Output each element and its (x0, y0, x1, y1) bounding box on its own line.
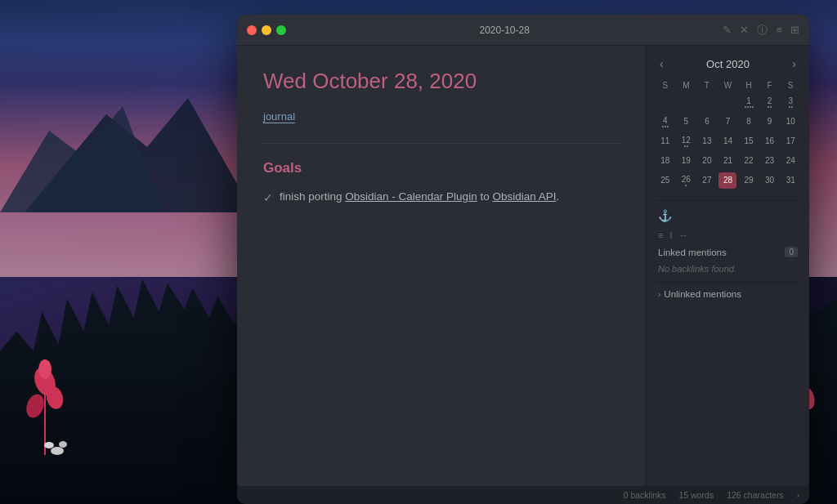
linked-mentions-title: Linked mentions (658, 248, 727, 257)
maximize-button[interactable] (276, 25, 286, 35)
list-icon[interactable]: ≡ (658, 230, 663, 240)
linked-mentions-content: No backlinks found. (658, 262, 798, 275)
titlebar-actions: ✎ ✕ ⓘ ≡ ⊞ (723, 23, 799, 38)
dow-mon: M (676, 78, 697, 92)
calendar-header: ‹ Oct 2020 › (655, 56, 801, 72)
calendar-grid: S M T W H F S 12345678910111213141516171… (655, 78, 801, 190)
journal-tag[interactable]: journal (263, 110, 295, 123)
document-date: Wed October 28, 2020 (263, 69, 620, 94)
cal-day-29[interactable]: 29 (740, 172, 758, 189)
goals-heading: Goals (263, 160, 620, 176)
cal-day-19[interactable]: 19 (677, 153, 695, 169)
no-backlinks-text: No backlinks found. (658, 262, 798, 275)
cal-day-23[interactable]: 23 (761, 153, 779, 169)
calendar-plugin-link[interactable]: Obsidian - Calendar Plugin (345, 190, 477, 203)
statusbar: 0 backlinks 15 words 126 characters › (237, 486, 809, 504)
traffic-lights (247, 25, 286, 35)
backlinks-status: 0 backlinks (624, 490, 666, 500)
app-window: 2020-10-28 ✎ ✕ ⓘ ≡ ⊞ Wed October 28, 202… (237, 15, 809, 490)
cal-day-9[interactable]: 9 (761, 114, 779, 130)
cal-day-6[interactable]: 6 (698, 114, 716, 130)
text-icon[interactable]: I (669, 230, 672, 240)
cal-day-4[interactable]: 4 (656, 114, 674, 130)
cal-day-1[interactable]: 1 (740, 94, 758, 110)
titlebar: 2020-10-28 ✎ ✕ ⓘ ≡ ⊞ (237, 15, 809, 46)
cal-day-7[interactable]: 7 (718, 114, 736, 130)
sidebar-separator-1 (655, 200, 801, 201)
calendar-month-label: Oct 2020 (706, 58, 750, 70)
chars-status: 126 characters (727, 490, 783, 500)
close-button[interactable] (247, 25, 257, 35)
cal-day-2[interactable]: 2 (761, 94, 779, 110)
svg-marker-1 (0, 106, 163, 212)
cal-day-15[interactable]: 15 (740, 133, 758, 149)
linked-mentions-header[interactable]: Linked mentions 0 (658, 247, 798, 257)
sidebar-toolbar: ≡ I ↔ (647, 227, 809, 243)
cal-day-22[interactable]: 22 (740, 153, 758, 169)
unlinked-mentions-title: Unlinked mentions (664, 289, 741, 299)
cal-day-5[interactable]: 5 (677, 114, 695, 130)
dow-wed: W (718, 78, 739, 92)
cal-day-27[interactable]: 27 (698, 172, 716, 189)
cal-day-31[interactable]: 31 (781, 172, 799, 189)
cal-day-17[interactable]: 17 (781, 133, 799, 149)
prev-month-button[interactable]: ‹ (656, 56, 667, 72)
content-divider (263, 143, 620, 144)
cal-day-28[interactable]: 28 (718, 172, 736, 189)
unlinked-chevron: › (658, 290, 660, 299)
cal-day-21[interactable]: 21 (718, 153, 736, 169)
cal-day-14[interactable]: 14 (718, 133, 736, 149)
svg-point-7 (51, 447, 64, 455)
mountains-svg (0, 49, 253, 212)
status-arrow[interactable]: › (797, 491, 799, 500)
cal-day-16[interactable]: 16 (761, 133, 779, 149)
main-content[interactable]: Wed October 28, 2020 journal Goals ✓ fin… (237, 46, 646, 490)
pencil-icon[interactable]: ✎ (723, 24, 732, 36)
cal-day-8[interactable]: 8 (740, 114, 758, 130)
info-icon[interactable]: ⓘ (757, 23, 768, 38)
window-title: 2020-10-28 (286, 25, 723, 36)
cal-day-3[interactable]: 3 (781, 94, 799, 110)
linked-mentions-count: 0 (785, 247, 798, 257)
svg-point-4 (23, 391, 47, 420)
cal-day-10[interactable]: 10 (781, 114, 799, 130)
next-month-button[interactable]: › (789, 56, 799, 72)
link-area: ⚓ (647, 204, 809, 227)
cal-day-12[interactable]: 12 (677, 133, 695, 149)
words-status: 15 words (679, 490, 714, 500)
cal-day-13[interactable]: 13 (698, 133, 716, 149)
cal-day-18[interactable]: 18 (656, 153, 674, 169)
expand-icon[interactable]: ↔ (678, 230, 687, 240)
cal-day-24[interactable]: 24 (781, 153, 799, 169)
minimize-button[interactable] (262, 25, 271, 35)
task-text-mid: to (477, 190, 493, 203)
menu-icon[interactable]: ≡ (776, 24, 782, 36)
cal-day-20[interactable]: 20 (698, 153, 716, 169)
task-text-before: finish porting (280, 190, 345, 203)
dow-tue: T (696, 78, 718, 92)
obsidian-api-link[interactable]: Obsidian API (492, 190, 556, 203)
dow-sun: S (655, 78, 676, 92)
dow-thu: H (738, 78, 759, 92)
plant-left (12, 341, 78, 455)
link-icon[interactable]: ⚓ (658, 209, 672, 222)
calendar: ‹ Oct 2020 › S M T W H F S (647, 46, 809, 197)
sidebar: ‹ Oct 2020 › S M T W H F S (646, 46, 809, 490)
linked-mentions-section: Linked mentions 0 No backlinks found. (647, 243, 809, 279)
window-body: Wed October 28, 2020 journal Goals ✓ fin… (237, 46, 809, 490)
close-icon[interactable]: ✕ (740, 24, 749, 36)
dow-sat: S (780, 78, 801, 92)
cal-day-11[interactable]: 11 (656, 133, 674, 149)
task-text-after: . (556, 190, 559, 203)
unlinked-mentions-header[interactable]: › Unlinked mentions (647, 286, 809, 302)
task-text: finish porting Obsidian - Calendar Plugi… (280, 188, 559, 206)
svg-point-8 (44, 442, 54, 448)
sidebar-separator-2 (655, 282, 801, 283)
cal-day-30[interactable]: 30 (761, 172, 779, 189)
dow-fri: F (759, 78, 781, 92)
cal-day-25[interactable]: 25 (656, 172, 674, 189)
cal-day-26[interactable]: 26 (677, 172, 695, 189)
calendar-icon[interactable]: ⊞ (790, 24, 799, 36)
svg-point-6 (38, 359, 51, 379)
task-checkmark[interactable]: ✓ (263, 190, 273, 207)
